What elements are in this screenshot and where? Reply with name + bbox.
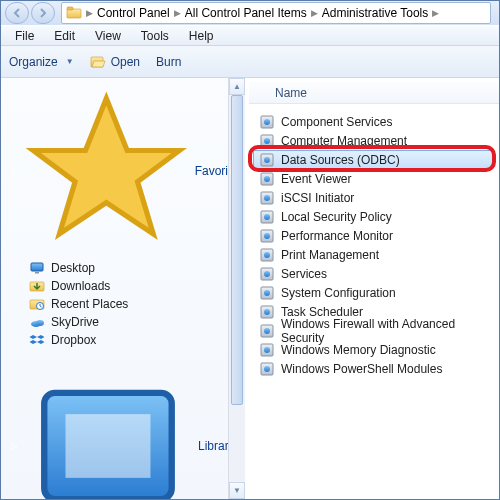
svg-point-35 bbox=[264, 176, 270, 182]
toolbar: Organize▼ Open Burn bbox=[1, 46, 499, 78]
sidebar-item-recent-places[interactable]: Recent Places bbox=[9, 295, 244, 313]
sidebar-group-favorites[interactable]: ▷Favorites bbox=[11, 88, 244, 255]
svg-point-41 bbox=[264, 233, 270, 239]
nav-forward-button[interactable] bbox=[31, 2, 55, 24]
navigation-pane: ▷FavoritesDesktopDownloadsRecent PlacesS… bbox=[1, 78, 245, 499]
list-item[interactable]: Windows Firewall with Advanced Security bbox=[253, 321, 493, 340]
sidebar-item-label: Desktop bbox=[51, 261, 95, 275]
svg-point-39 bbox=[264, 214, 270, 220]
address-bar[interactable]: ▶ Control Panel▶ All Control Panel Items… bbox=[61, 2, 491, 24]
list-item-label: Event Viewer bbox=[281, 172, 351, 186]
sidebar-item-downloads[interactable]: Downloads bbox=[9, 277, 244, 295]
list-item[interactable]: Performance Monitor bbox=[253, 226, 493, 245]
svg-point-37 bbox=[264, 195, 270, 201]
file-list-panel: Name Component ServicesComputer Manageme… bbox=[249, 78, 499, 499]
sidebar-item-skydrive[interactable]: SkyDrive bbox=[9, 313, 244, 331]
breadcrumb-item[interactable]: Administrative Tools▶ bbox=[322, 6, 442, 20]
sidebar-item-label: Dropbox bbox=[51, 333, 96, 347]
list-item[interactable]: Data Sources (ODBC) bbox=[253, 150, 493, 169]
list-item-label: Print Management bbox=[281, 248, 379, 262]
sidebar-item-label: Downloads bbox=[51, 279, 110, 293]
svg-point-49 bbox=[264, 309, 270, 315]
breadcrumb-separator: ▶ bbox=[86, 8, 93, 18]
scroll-down-button[interactable]: ▼ bbox=[229, 482, 245, 499]
list-item-label: Performance Monitor bbox=[281, 229, 393, 243]
list-item-label: Computer Management bbox=[281, 134, 407, 148]
list-item[interactable]: iSCSI Initiator bbox=[253, 188, 493, 207]
column-header-name[interactable]: Name bbox=[249, 82, 499, 104]
list-item[interactable]: System Configuration bbox=[253, 283, 493, 302]
list-item[interactable]: Services bbox=[253, 264, 493, 283]
titlebar: ▶ Control Panel▶ All Control Panel Items… bbox=[1, 1, 499, 25]
svg-point-53 bbox=[264, 347, 270, 353]
chevron-down-icon: ▼ bbox=[66, 57, 74, 66]
svg-rect-11 bbox=[65, 414, 150, 478]
list-item-label: Component Services bbox=[281, 115, 392, 129]
open-icon bbox=[90, 54, 106, 70]
sidebar-item-desktop[interactable]: Desktop bbox=[9, 259, 244, 277]
svg-point-47 bbox=[264, 290, 270, 296]
svg-rect-3 bbox=[31, 263, 43, 271]
folder-icon bbox=[66, 5, 82, 21]
list-item[interactable]: Local Security Policy bbox=[253, 207, 493, 226]
sidebar-item-label: SkyDrive bbox=[51, 315, 99, 329]
list-item[interactable]: Computer Management bbox=[253, 131, 493, 150]
sidebar-group-libraries[interactable]: ▷Libraries bbox=[11, 361, 244, 499]
list-item-label: Data Sources (ODBC) bbox=[281, 153, 400, 167]
sidebar-scrollbar[interactable]: ▲ ▼ bbox=[228, 78, 245, 499]
svg-point-43 bbox=[264, 252, 270, 258]
breadcrumb-item[interactable]: Control Panel▶ bbox=[97, 6, 183, 20]
list-item-label: Windows Firewall with Advanced Security bbox=[281, 317, 493, 345]
list-item-label: System Configuration bbox=[281, 286, 396, 300]
svg-rect-4 bbox=[35, 272, 39, 274]
list-item-label: Windows Memory Diagnostic bbox=[281, 343, 436, 357]
svg-rect-0 bbox=[67, 9, 81, 18]
svg-point-29 bbox=[264, 119, 270, 125]
content-area: ▷FavoritesDesktopDownloadsRecent PlacesS… bbox=[1, 78, 499, 499]
sidebar-item-dropbox[interactable]: Dropbox bbox=[9, 331, 244, 349]
nav-back-button[interactable] bbox=[5, 2, 29, 24]
menu-view[interactable]: View bbox=[87, 27, 129, 45]
open-button[interactable]: Open bbox=[90, 54, 140, 70]
menu-edit[interactable]: Edit bbox=[46, 27, 83, 45]
list-item[interactable]: Print Management bbox=[253, 245, 493, 264]
svg-point-45 bbox=[264, 271, 270, 277]
scroll-thumb[interactable] bbox=[231, 95, 243, 405]
list-item-label: Windows PowerShell Modules bbox=[281, 362, 442, 376]
list-item[interactable]: Windows PowerShell Modules bbox=[253, 359, 493, 378]
breadcrumb-item[interactable]: All Control Panel Items▶ bbox=[185, 6, 320, 20]
svg-rect-1 bbox=[67, 7, 73, 10]
menu-tools[interactable]: Tools bbox=[133, 27, 177, 45]
burn-button[interactable]: Burn bbox=[156, 55, 181, 69]
list-item-label: iSCSI Initiator bbox=[281, 191, 354, 205]
list-item-label: Services bbox=[281, 267, 327, 281]
svg-point-51 bbox=[264, 328, 270, 334]
list-item[interactable]: Component Services bbox=[253, 112, 493, 131]
scroll-up-button[interactable]: ▲ bbox=[229, 78, 245, 95]
list-item[interactable]: Event Viewer bbox=[253, 169, 493, 188]
sidebar-item-label: Recent Places bbox=[51, 297, 128, 311]
organize-button[interactable]: Organize▼ bbox=[9, 55, 74, 69]
explorer-window: ▶ Control Panel▶ All Control Panel Items… bbox=[0, 0, 500, 500]
svg-point-55 bbox=[264, 366, 270, 372]
svg-point-9 bbox=[36, 320, 44, 326]
menu-file[interactable]: File bbox=[7, 27, 42, 45]
svg-point-33 bbox=[264, 157, 270, 163]
file-list: Component ServicesComputer ManagementDat… bbox=[249, 104, 499, 378]
menu-help[interactable]: Help bbox=[181, 27, 222, 45]
list-item-label: Local Security Policy bbox=[281, 210, 392, 224]
svg-point-31 bbox=[264, 138, 270, 144]
menubar: File Edit View Tools Help bbox=[1, 25, 499, 46]
